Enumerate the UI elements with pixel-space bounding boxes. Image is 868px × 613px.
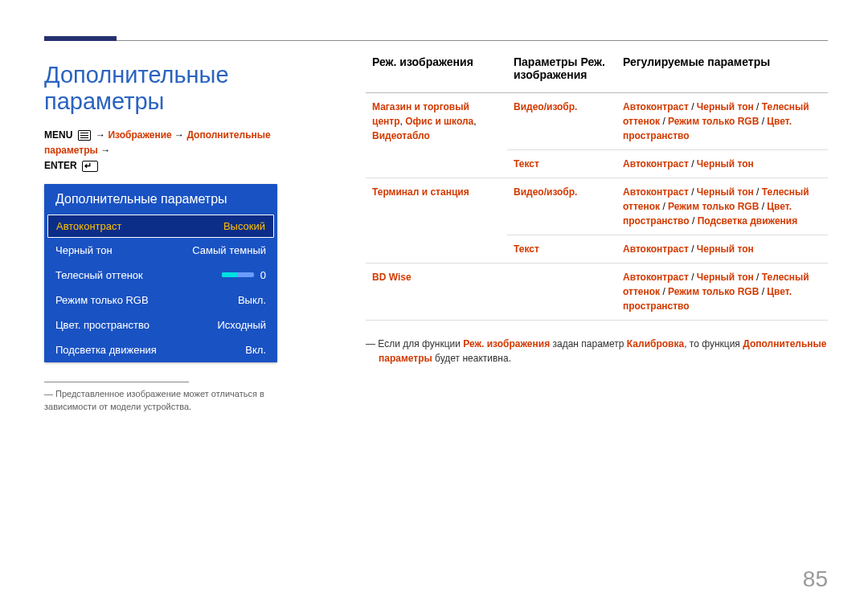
cell-picture-mode: Магазин и торговый центр, Офис и школа, …: [366, 93, 507, 178]
osd-row-value: Вкл.: [226, 344, 266, 356]
menu-icon: [78, 130, 91, 141]
footnote: ― Представленное изображение может отлич…: [44, 387, 317, 414]
osd-row-value: Высокий: [223, 220, 265, 232]
table-row: BD WiseАвтоконтраст / Черный тон / Телес…: [366, 264, 828, 321]
col-adjustable-params: Регулируемые параметры: [616, 55, 828, 93]
cell-mode-param: Текст: [507, 150, 616, 178]
cell-adjustable: Автоконтраст / Черный тон: [616, 150, 828, 178]
cell-mode-param: Видео/изобр.: [507, 178, 616, 235]
page-number: 85: [803, 566, 828, 592]
calibration-note: ― Если для функции Реж. изображения зада…: [366, 337, 828, 366]
header-rule: [44, 40, 828, 41]
osd-row-3[interactable]: Режим только RGBВыкл.: [44, 288, 277, 313]
params-table: Реж. изображения Параметры Реж. изображе…: [366, 55, 828, 321]
osd-row-label: Автоконтраст: [56, 220, 121, 232]
breadcrumb-menu: MENU: [44, 129, 72, 141]
osd-row-value: Исходный: [217, 319, 266, 331]
breadcrumb-image: Изображение: [108, 129, 171, 141]
cell-adjustable: Автоконтраст / Черный тон: [616, 235, 828, 264]
col-picture-mode: Реж. изображения: [366, 55, 507, 93]
cell-adjustable: Автоконтраст / Черный тон / Телесный отт…: [616, 178, 828, 235]
col-picture-mode-params: Параметры Реж. изображения: [507, 55, 616, 93]
osd-row-value: Самый темный: [192, 244, 266, 256]
cell-picture-mode: BD Wise: [366, 264, 507, 321]
osd-row-label: Черный тон: [55, 244, 113, 256]
cell-mode-param: Текст: [507, 235, 616, 264]
osd-row-label: Подсветка движения: [55, 344, 157, 356]
osd-row-2[interactable]: Телесный оттенок0: [44, 263, 277, 288]
osd-row-5[interactable]: Подсветка движенияВкл.: [44, 337, 277, 362]
osd-row-value: Выкл.: [226, 294, 266, 306]
table-row: Терминал и станцияВидео/изобр.Автоконтра…: [366, 178, 828, 235]
breadcrumb: MENU → Изображение → Дополнительные пара…: [44, 128, 317, 174]
osd-row-4[interactable]: Цвет. пространствоИсходный: [44, 313, 277, 337]
osd-row-1[interactable]: Черный тонСамый темный: [44, 238, 277, 263]
osd-row-label: Режим только RGB: [55, 294, 149, 306]
osd-row-value: 0: [222, 269, 266, 281]
osd-row-label: Телесный оттенок: [55, 269, 143, 281]
cell-picture-mode: Терминал и станция: [366, 178, 507, 264]
cell-adjustable: Автоконтраст / Черный тон / Телесный отт…: [616, 93, 828, 150]
page-title: Дополнительные параметры: [44, 62, 317, 115]
slider-icon: [222, 272, 254, 277]
osd-panel: Дополнительные параметры АвтоконтрастВыс…: [44, 184, 277, 362]
cell-adjustable: Автоконтраст / Черный тон / Телесный отт…: [616, 264, 828, 321]
enter-icon: [82, 161, 98, 172]
osd-title: Дополнительные параметры: [44, 184, 277, 215]
cell-mode-param: Видео/изобр.: [507, 93, 616, 150]
table-row: Магазин и торговый центр, Офис и школа, …: [366, 93, 828, 150]
breadcrumb-enter: ENTER: [44, 160, 77, 171]
osd-row-label: Цвет. пространство: [55, 319, 149, 331]
cell-mode-param: [507, 264, 616, 321]
osd-row-0[interactable]: АвтоконтрастВысокий: [47, 215, 274, 238]
footnote-separator: [44, 382, 189, 382]
